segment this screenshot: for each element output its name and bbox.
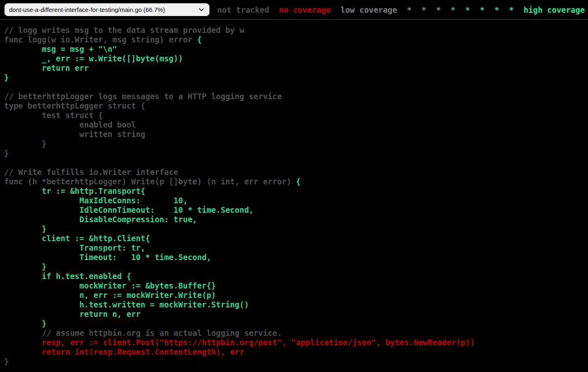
code-segment: // logg writes msg to the data stream pr… bbox=[4, 26, 244, 35]
content-area: // logg writes msg to the data stream pr… bbox=[0, 20, 588, 366]
code-line: } bbox=[4, 149, 9, 158]
code-segment: enabled bool bbox=[4, 120, 136, 129]
file-select[interactable]: dont-use-a-different-interface-for-testi… bbox=[5, 3, 209, 16]
code-segment: client := &http.Client{ bbox=[4, 234, 150, 243]
code-line: Timeout: 10 * time.Second, bbox=[4, 253, 211, 262]
code-line: test struct { bbox=[4, 111, 103, 120]
code-segment: } bbox=[4, 149, 9, 158]
code-segment: DisableCompression: true, bbox=[4, 215, 197, 224]
code-line: Transport: tr, bbox=[4, 243, 145, 252]
legend-item-cov10: high coverage bbox=[524, 5, 585, 14]
code-line: // logg writes msg to the data stream pr… bbox=[4, 26, 244, 35]
legend-item-cov0: no coverage bbox=[279, 5, 331, 14]
code-segment: { bbox=[197, 35, 202, 44]
code-line: func (h *betterhttpLogger) Write(p []byt… bbox=[4, 177, 301, 186]
code-segment: Timeout: 10 * time.Second, bbox=[4, 253, 211, 262]
code-segment: // assume httpbin.org is an actual loggi… bbox=[4, 328, 282, 337]
code-segment: } bbox=[4, 262, 46, 271]
code-segment: } bbox=[4, 139, 46, 148]
code-line: func logg(w io.Writer, msg string) error… bbox=[4, 35, 202, 44]
legend-item-cov4: * bbox=[436, 5, 441, 14]
code-line: type betterhttpLogger struct { bbox=[4, 101, 145, 110]
code-segment: return err bbox=[4, 63, 89, 72]
legend-item-cov3: * bbox=[421, 5, 426, 14]
code-line: IdleConnTimeout: 10 * time.Second, bbox=[4, 205, 253, 214]
code-segment: func (h *betterhttpLogger) Write(p []byt… bbox=[4, 177, 296, 186]
legend-item-cov5: * bbox=[451, 5, 455, 14]
code-segment: } bbox=[4, 357, 9, 366]
code-segment: Transport: tr, bbox=[4, 243, 145, 252]
code-line: } bbox=[4, 224, 46, 233]
code-line: DisableCompression: true, bbox=[4, 215, 197, 224]
legend-item-cov6: * bbox=[465, 5, 470, 14]
code-segment: msg = msg + "\n" bbox=[4, 44, 117, 53]
code-line: // betterhttpLogger logs messages to a H… bbox=[4, 92, 282, 101]
code-line: resp, err := client.Post("https://httpbi… bbox=[4, 338, 475, 347]
code-line: written string bbox=[4, 130, 145, 139]
code-line: MaxIdleConns: 10, bbox=[4, 196, 188, 205]
code-segment: type betterhttpLogger struct { bbox=[4, 101, 145, 110]
code-segment: if h.test.enabled { bbox=[4, 272, 131, 281]
coverage-legend: not trackedno coveragelow coverage******… bbox=[217, 5, 585, 14]
source-code: // logg writes msg to the data stream pr… bbox=[4, 26, 588, 366]
code-segment: return n, err bbox=[4, 309, 141, 319]
code-line: } bbox=[4, 73, 9, 82]
chevron-down-icon bbox=[199, 8, 204, 12]
code-line: msg = msg + "\n" bbox=[4, 44, 117, 53]
legend-item-cov1: low coverage bbox=[341, 5, 397, 14]
legend-item-plain: not tracked bbox=[217, 5, 269, 14]
code-segment: // Write fulfills io.Writer interface bbox=[4, 167, 178, 177]
code-line: n, err := mockWriter.Write(p) bbox=[4, 291, 216, 300]
code-segment: h.test.written = mockWriter.String() bbox=[4, 300, 249, 309]
code-line: h.test.written = mockWriter.String() bbox=[4, 300, 249, 309]
code-line: // Write fulfills io.Writer interface bbox=[4, 167, 178, 177]
code-line: mockWriter := &bytes.Buffer{} bbox=[4, 281, 216, 290]
code-segment: } bbox=[4, 224, 46, 233]
code-segment: _, err := w.Write([]byte(msg)) bbox=[4, 54, 183, 63]
code-segment: } bbox=[4, 73, 9, 82]
code-segment: n, err := mockWriter.Write(p) bbox=[4, 291, 216, 300]
code-segment: tr := &http.Transport{ bbox=[4, 186, 145, 195]
code-line: _, err := w.Write([]byte(msg)) bbox=[4, 54, 183, 63]
code-line: client := &http.Client{ bbox=[4, 234, 150, 243]
code-line: if h.test.enabled { bbox=[4, 272, 131, 281]
code-segment: func logg(w io.Writer, msg string) error bbox=[4, 35, 197, 44]
code-line: } bbox=[4, 357, 9, 366]
code-segment: test struct { bbox=[4, 111, 103, 120]
legend-item-cov9: * bbox=[509, 5, 514, 14]
code-segment: } bbox=[4, 319, 46, 328]
code-line: enabled bool bbox=[4, 120, 136, 129]
code-segment: written string bbox=[4, 130, 145, 139]
code-line: } bbox=[4, 319, 46, 328]
code-segment: IdleConnTimeout: 10 * time.Second, bbox=[4, 205, 253, 214]
code-line: } bbox=[4, 262, 46, 271]
code-line: return n, err bbox=[4, 309, 141, 319]
code-line: } bbox=[4, 139, 46, 148]
code-segment: resp, err := client.Post("https://httpbi… bbox=[4, 338, 475, 347]
legend-item-cov7: * bbox=[480, 5, 484, 14]
code-segment: { bbox=[296, 177, 300, 186]
code-line: return err bbox=[4, 63, 89, 72]
code-segment: mockWriter := &bytes.Buffer{} bbox=[4, 281, 216, 290]
topbar: dont-use-a-different-interface-for-testi… bbox=[0, 0, 588, 20]
code-line: // assume httpbin.org is an actual loggi… bbox=[4, 328, 282, 337]
legend-item-cov2: * bbox=[407, 5, 411, 14]
code-segment: // betterhttpLogger logs messages to a H… bbox=[4, 92, 282, 101]
file-select-value: dont-use-a-different-interface-for-testi… bbox=[9, 6, 165, 13]
code-line: return int(resp.Request.ContentLength), … bbox=[4, 347, 244, 356]
code-segment: MaxIdleConns: 10, bbox=[4, 196, 188, 205]
code-line: tr := &http.Transport{ bbox=[4, 186, 145, 195]
legend-item-cov8: * bbox=[495, 5, 499, 14]
code-segment: return int(resp.Request.ContentLength), … bbox=[4, 347, 244, 356]
